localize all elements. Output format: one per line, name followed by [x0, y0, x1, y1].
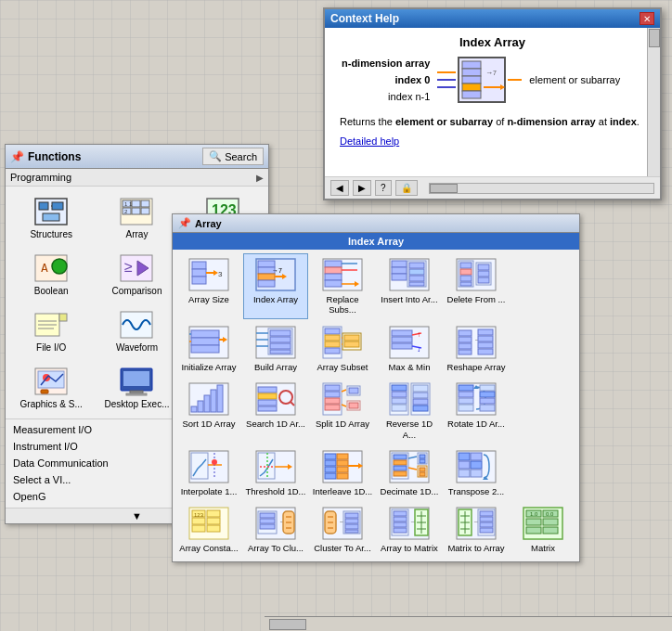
- svg-rect-103: [478, 271, 489, 277]
- svg-rect-227: [420, 455, 425, 458]
- detailed-help-link[interactable]: Detailed help: [332, 134, 653, 148]
- structures-label: Structures: [30, 229, 72, 240]
- svg-rect-221: [394, 460, 407, 465]
- array-item-split-1d[interactable]: Split 1D Array: [310, 378, 375, 444]
- array-to-matrix-label: Array to Matrix: [381, 543, 438, 553]
- bottom-scrollbar[interactable]: [265, 616, 672, 631]
- sidebar-item-desktop[interactable]: Desktop Exec...: [95, 360, 178, 415]
- svg-text:↓: ↓: [417, 345, 420, 354]
- sidebar-item-array[interactable]: 1 1 2 Array: [95, 190, 178, 245]
- sidebar-item-waveform[interactable]: Waveform: [95, 303, 178, 358]
- array-item-rotate-1d[interactable]: Rotate 1D Ar...: [444, 378, 509, 444]
- sidebar-item-comparison[interactable]: ≥ Comparison: [95, 247, 178, 302]
- array-item-reshape-array[interactable]: → Reshape Array: [444, 321, 509, 376]
- svg-rect-123: [325, 328, 340, 334]
- array-item-cluster-to-arr[interactable]: → Cluster To Ar...: [310, 502, 375, 557]
- svg-rect-177: [392, 392, 407, 397]
- svg-rect-220: [394, 455, 407, 459]
- back-button[interactable]: ◀: [330, 180, 349, 196]
- array-item-interpolate-1[interactable]: Interpolate 1...: [176, 445, 241, 500]
- array-item-reverse-1d[interactable]: → Reverse 1D A...: [377, 378, 442, 444]
- array-item-threshold-1d[interactable]: Threshold 1D...: [243, 445, 308, 500]
- boolean-icon: A: [32, 251, 70, 284]
- array-item-matrix-to-array[interactable]: → Matrix to Array: [444, 502, 509, 557]
- svg-rect-209: [325, 460, 336, 466]
- array-item-max-min[interactable]: ↑ ↓ Max & Min: [377, 321, 442, 376]
- svg-rect-2: [462, 69, 481, 76]
- array-grid: 3 Array Size →7 Index Array: [173, 250, 579, 561]
- array-item-initialize-array[interactable]: Initialize Array: [176, 321, 241, 376]
- sidebar-item-fileio[interactable]: File I/O: [9, 303, 93, 358]
- svg-rect-166: [325, 392, 340, 397]
- array-item-insert-into-arr[interactable]: Insert Into Ar...: [377, 253, 442, 319]
- svg-rect-102: [478, 264, 489, 270]
- help-button[interactable]: ?: [375, 180, 392, 196]
- svg-rect-182: [413, 385, 428, 392]
- sidebar-item-graphics[interactable]: Graphics & S...: [9, 360, 93, 415]
- scrollbar[interactable]: [647, 28, 660, 176]
- h-scroll-thumb[interactable]: [430, 184, 458, 193]
- sidebar-item-boolean[interactable]: A Boolean: [9, 247, 93, 302]
- close-button[interactable]: ✕: [640, 12, 654, 25]
- svg-rect-64: [192, 269, 206, 277]
- array-item-array-size[interactable]: 3 Array Size: [176, 253, 241, 319]
- svg-rect-143: [459, 343, 472, 349]
- svg-rect-172: [349, 388, 358, 393]
- array-item-transpose-2[interactable]: Transpose 2...: [444, 445, 509, 500]
- array-item-replace-subs[interactable]: Replace Subs...: [310, 253, 375, 319]
- svg-rect-208: [325, 454, 336, 459]
- search-button[interactable]: 🔍 Search: [202, 148, 264, 165]
- graphics-label: Graphics & S...: [20, 399, 83, 410]
- array-item-index-array[interactable]: →7 Index Array: [243, 253, 308, 319]
- graphics-icon: [32, 365, 70, 397]
- interpolate-1-icon: [187, 449, 231, 484]
- interpolate-1-label: Interpolate 1...: [181, 486, 238, 496]
- array-item-matrix[interactable]: 1.0 0.0 Matrix: [510, 502, 575, 557]
- svg-rect-5: [462, 91, 481, 98]
- svg-rect-3: [462, 76, 481, 84]
- svg-rect-97: [460, 263, 472, 268]
- transpose-2-icon: [454, 449, 498, 484]
- build-array-label: Build Array: [254, 362, 297, 372]
- array-item-interleave-1d[interactable]: Interleave 1D...: [310, 445, 375, 500]
- array-item-array-consta[interactable]: 123 Array Consta...: [176, 502, 241, 557]
- array-item-decimate-1d[interactable]: Decimate 1D...: [377, 445, 442, 500]
- svg-rect-107: [191, 338, 219, 345]
- lock-button[interactable]: 🔒: [395, 180, 418, 196]
- svg-rect-190: [459, 405, 473, 411]
- svg-rect-184: [413, 399, 428, 405]
- svg-rect-266: [345, 519, 358, 523]
- index-array-label-popup: Index Array: [253, 294, 298, 304]
- svg-text:3: 3: [218, 270, 223, 278]
- svg-rect-231: [420, 472, 425, 476]
- svg-text:7: 7: [493, 70, 497, 76]
- array-item-sort-1d[interactable]: Sort 1D Array: [176, 378, 241, 444]
- search-1d-icon: [253, 381, 298, 417]
- svg-rect-134: [392, 337, 412, 342]
- desktop-label: Desktop Exec...: [104, 399, 169, 410]
- svg-rect-81: [325, 280, 342, 287]
- scroll-thumb[interactable]: [649, 29, 660, 47]
- svg-rect-235: [459, 461, 470, 469]
- array-item-search-1d[interactable]: Search 1D Ar...: [243, 378, 308, 444]
- diagram: n-dimension array index 0 index n-1: [332, 57, 653, 103]
- svg-rect-238: [471, 470, 482, 477]
- array-item-array-subset[interactable]: Array Subset: [310, 321, 375, 376]
- svg-rect-129: [344, 341, 359, 347]
- scroll-thumb[interactable]: [269, 619, 306, 630]
- svg-rect-291: [480, 522, 493, 527]
- array-item-build-array[interactable]: Build Array: [243, 321, 308, 376]
- array-item-array-to-clu[interactable]: → Array To Clu...: [243, 502, 308, 557]
- svg-rect-108: [191, 345, 219, 353]
- svg-rect-297: [543, 519, 558, 525]
- svg-rect-195: [480, 405, 495, 411]
- functions-title: Functions: [28, 150, 199, 163]
- array-consta-icon: 123: [187, 506, 231, 541]
- horizontal-scrollbar[interactable]: [429, 183, 654, 194]
- threshold-1d-icon: [253, 449, 298, 484]
- array-item-array-to-matrix[interactable]: → Array to Matrix: [377, 502, 442, 557]
- array-item-delete-from[interactable]: Delete From ...: [444, 253, 509, 319]
- forward-button[interactable]: ▶: [353, 180, 371, 196]
- sidebar-item-structures[interactable]: Structures: [9, 190, 93, 245]
- label-indexn: index n-1: [388, 91, 430, 102]
